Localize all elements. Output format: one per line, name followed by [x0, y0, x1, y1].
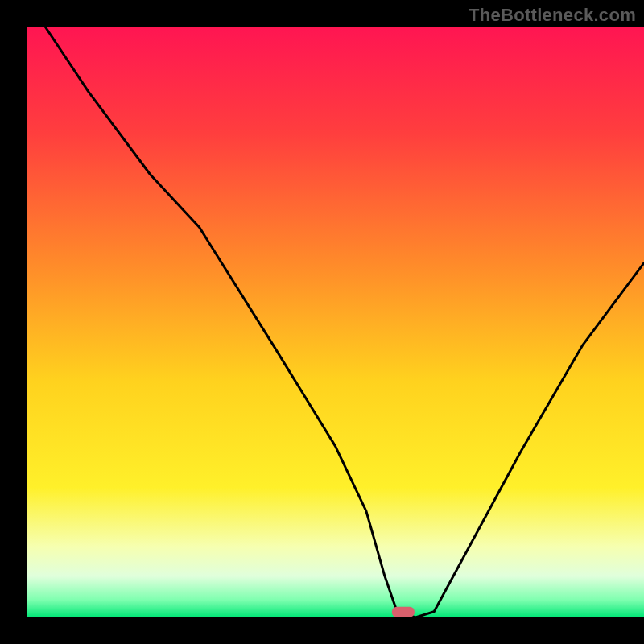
- plot-background: [27, 27, 644, 617]
- optimal-point-marker: [392, 607, 415, 617]
- bottleneck-chart: [0, 0, 644, 644]
- watermark-text: TheBottleneck.com: [469, 5, 636, 26]
- chart-frame: TheBottleneck.com: [0, 0, 644, 644]
